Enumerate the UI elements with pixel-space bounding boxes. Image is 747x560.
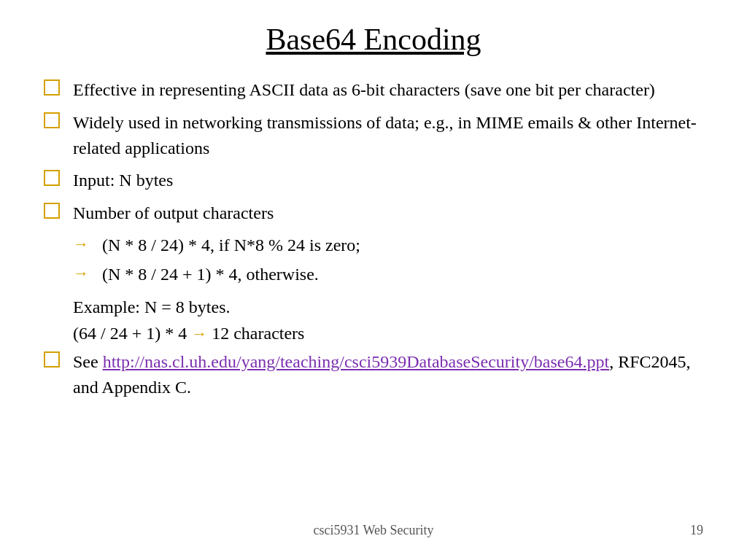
footer: csci5931 Web Security 19 — [44, 517, 703, 538]
bullet-item-2: Widely used in networking transmissions … — [44, 110, 703, 161]
content-area: Effective in representing ASCII data as … — [44, 77, 703, 517]
example-line1: Example: N = 8 bytes. — [73, 294, 703, 320]
sub-bullet-text-2: (N * 8 / 24 + 1) * 4, otherwise. — [102, 262, 319, 287]
arrow-icon-1: → — [73, 235, 89, 254]
footer-center-text: csci5931 Web Security — [73, 523, 674, 538]
sub-bullet-2: → (N * 8 / 24 + 1) * 4, otherwise. — [73, 262, 703, 287]
sub-bullet-1: → (N * 8 / 24) * 4, if N*8 % 24 is zero; — [73, 233, 703, 258]
checkbox-3 — [44, 170, 60, 186]
checkbox-2 — [44, 112, 60, 128]
example-calc-arrow: → — [191, 322, 207, 346]
example-block: Example: N = 8 bytes. (64 / 24 + 1) * 4 … — [73, 294, 703, 346]
see-item: See http://nas.cl.uh.edu/yang/teaching/c… — [44, 349, 703, 400]
checkbox-5 — [44, 351, 60, 368]
see-link[interactable]: http://nas.cl.uh.edu/yang/teaching/csci5… — [103, 352, 609, 371]
arrow-icon-2: → — [73, 264, 89, 283]
bullet-item-1: Effective in representing ASCII data as … — [44, 77, 703, 103]
checkbox-1 — [44, 79, 60, 96]
bullet-text-2: Widely used in networking transmissions … — [73, 110, 703, 161]
slide-title: Base64 Encoding — [44, 22, 703, 57]
bullet-text-4: Number of output characters — [73, 201, 274, 226]
checkbox-4 — [44, 203, 60, 219]
see-prefix: See — [73, 352, 103, 371]
slide: Base64 Encoding Effective in representin… — [0, 0, 747, 560]
footer-page-number: 19 — [674, 523, 703, 538]
bullet-item-4: Number of output characters — [44, 201, 703, 226]
see-text: See http://nas.cl.uh.edu/yang/teaching/c… — [73, 349, 703, 400]
bullet-text-1: Effective in representing ASCII data as … — [73, 77, 655, 103]
example-calc-prefix: (64 / 24 + 1) * 4 — [73, 320, 187, 346]
example-line2: (64 / 24 + 1) * 4 → 12 characters — [73, 320, 703, 346]
sub-bullet-text-1: (N * 8 / 24) * 4, if N*8 % 24 is zero; — [102, 233, 360, 258]
example-calc-suffix: 12 characters — [212, 320, 304, 346]
bullet-item-3: Input: N bytes — [44, 168, 703, 193]
bullet-text-3: Input: N bytes — [73, 168, 173, 193]
